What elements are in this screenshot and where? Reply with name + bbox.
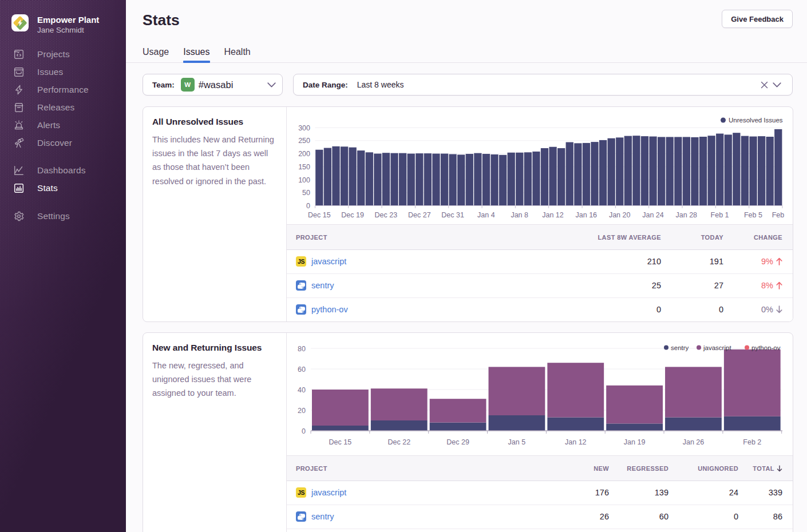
svg-text:Jan 5: Jan 5 [508, 438, 526, 446]
svg-text:Dec 15: Dec 15 [308, 211, 331, 219]
svg-text:150: 150 [298, 163, 310, 171]
svg-text:Jan 19: Jan 19 [624, 438, 646, 446]
svg-text:javascript: javascript [703, 344, 731, 351]
svg-text:200: 200 [298, 150, 310, 158]
svg-text:20: 20 [298, 407, 306, 415]
svg-text:Jan 24: Jan 24 [642, 211, 664, 219]
svg-text:Dec 27: Dec 27 [408, 211, 431, 219]
svg-text:300: 300 [298, 124, 310, 132]
svg-text:Dec 22: Dec 22 [387, 438, 410, 446]
svg-text:Jan 12: Jan 12 [542, 211, 564, 219]
svg-text:python-ov: python-ov [751, 344, 781, 351]
svg-text:Jan 12: Jan 12 [565, 438, 587, 446]
svg-text:Feb 5: Feb 5 [744, 211, 762, 219]
svg-text:Jan 28: Jan 28 [676, 211, 698, 219]
svg-text:50: 50 [302, 189, 310, 197]
svg-text:Dec 29: Dec 29 [446, 438, 469, 446]
svg-text:Jan 4: Jan 4 [477, 211, 495, 219]
svg-text:Unresolved Issues: Unresolved Issues [729, 117, 783, 124]
svg-text:Feb 2: Feb 2 [743, 438, 761, 446]
svg-text:sentry: sentry [671, 344, 689, 351]
svg-text:Dec 23: Dec 23 [375, 211, 398, 219]
svg-text:Feb: Feb [772, 211, 785, 219]
svg-text:Dec 19: Dec 19 [341, 211, 364, 219]
svg-text:Jan 16: Jan 16 [576, 211, 598, 219]
svg-text:60: 60 [298, 366, 306, 374]
svg-text:40: 40 [298, 386, 306, 394]
svg-text:Jan 20: Jan 20 [609, 211, 631, 219]
svg-text:250: 250 [298, 137, 310, 145]
svg-text:Jan 26: Jan 26 [683, 438, 705, 446]
svg-text:Dec 31: Dec 31 [441, 211, 464, 219]
svg-text:Jan 8: Jan 8 [511, 211, 528, 219]
svg-text:Dec 15: Dec 15 [329, 438, 352, 446]
svg-text:0: 0 [306, 202, 310, 210]
svg-text:80: 80 [298, 345, 306, 353]
svg-text:0: 0 [302, 427, 306, 435]
svg-text:100: 100 [298, 176, 310, 184]
svg-text:Feb 1: Feb 1 [711, 211, 729, 219]
